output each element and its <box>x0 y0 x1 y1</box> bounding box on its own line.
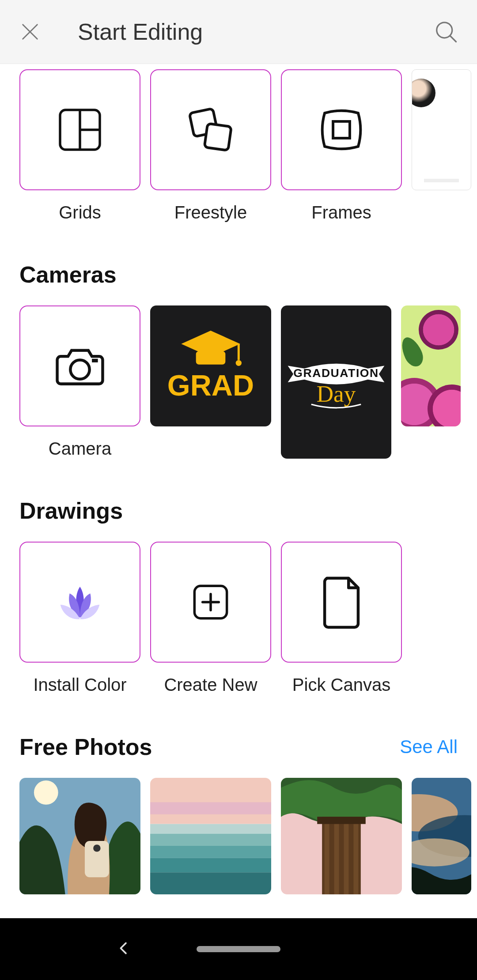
content-scroll[interactable]: Grids Freestyle Frames ALL <box>0 64 477 918</box>
svg-rect-22 <box>150 846 271 858</box>
svg-rect-6 <box>92 359 98 362</box>
photo-door-icon <box>281 778 402 894</box>
svg-text:GRADUATION: GRADUATION <box>293 366 379 379</box>
svg-point-9 <box>236 360 242 366</box>
photo-thumb[interactable] <box>19 778 140 894</box>
chevron-left-icon <box>115 939 132 957</box>
frames-icon <box>313 101 370 158</box>
svg-rect-4 <box>333 121 350 138</box>
tile-label: Install Color <box>33 675 126 695</box>
tile-camera-theme-flowers[interactable] <box>401 305 461 459</box>
graduation-banner-icon: GRADUATION Day <box>281 338 391 426</box>
tile-freestyle[interactable]: Freestyle <box>150 69 271 222</box>
svg-rect-28 <box>334 817 339 894</box>
section-head-drawings: Drawings <box>0 498 477 524</box>
camera-icon <box>51 337 109 395</box>
tile-install-color[interactable]: Install Color <box>19 542 140 695</box>
svg-rect-21 <box>150 834 271 846</box>
svg-rect-8 <box>196 351 226 365</box>
photo-thumb[interactable] <box>150 778 271 894</box>
svg-rect-20 <box>150 824 271 834</box>
tile-label: Create New <box>164 675 257 695</box>
photo-sky-icon <box>412 778 471 894</box>
system-navbar <box>0 918 477 980</box>
section-title: Cameras <box>19 261 117 288</box>
document-icon <box>317 573 366 631</box>
grad-text-icon: GRAD <box>167 322 255 410</box>
tile-create-new[interactable]: Create New <box>150 542 271 695</box>
svg-rect-24 <box>150 872 271 894</box>
svg-point-0 <box>437 23 452 38</box>
svg-rect-18 <box>150 778 271 824</box>
back-button[interactable] <box>115 939 132 959</box>
tile-pick-canvas[interactable]: Pick Canvas <box>281 542 402 695</box>
tile-camera[interactable]: Camera <box>19 305 140 459</box>
svg-rect-19 <box>150 802 271 814</box>
drawings-row: Install Color Create New Pick Canvas <box>0 542 477 695</box>
lotus-icon <box>49 578 111 626</box>
section-head-free-photos: Free Photos See All <box>0 734 477 760</box>
header: Start Editing <box>0 0 477 64</box>
svg-rect-30 <box>353 817 358 894</box>
home-pill[interactable] <box>197 946 280 952</box>
photo-thumb[interactable] <box>281 778 402 894</box>
grids-icon <box>53 103 106 156</box>
svg-rect-23 <box>150 858 271 872</box>
freestyle-icon <box>182 101 239 158</box>
tile-frames[interactable]: Frames <box>281 69 402 222</box>
tile-label: Camera <box>49 439 111 459</box>
search-icon <box>433 19 459 45</box>
photo-selfie-icon <box>19 778 140 894</box>
tile-label: Pick Canvas <box>292 675 390 695</box>
svg-rect-27 <box>325 817 329 894</box>
svg-text:GRAD: GRAD <box>167 369 254 402</box>
cameras-row: Camera GRAD GRADUATION Day <box>0 305 477 459</box>
svg-rect-3 <box>204 124 231 151</box>
plus-square-icon <box>186 578 235 626</box>
svg-rect-29 <box>344 817 348 894</box>
tile-upsell[interactable]: ALL FEATURES <box>412 69 471 222</box>
see-all-button[interactable]: See All <box>400 736 458 758</box>
page-title: Start Editing <box>78 19 433 45</box>
svg-point-17 <box>93 844 100 852</box>
close-button[interactable] <box>18 19 42 44</box>
svg-text:Day: Day <box>317 381 356 406</box>
photo-thumb[interactable] <box>412 778 471 894</box>
svg-rect-31 <box>317 817 366 824</box>
section-title: Free Photos <box>19 734 152 760</box>
svg-point-5 <box>70 360 89 379</box>
tile-label: Freestyle <box>174 203 247 222</box>
tile-grids[interactable]: Grids <box>19 69 140 222</box>
editing-modes-row: Grids Freestyle Frames ALL <box>0 69 477 222</box>
tile-label: Grids <box>59 203 101 222</box>
free-photos-row <box>0 778 477 894</box>
tile-label: Frames <box>311 203 371 222</box>
tile-camera-theme-grad[interactable]: GRAD <box>150 305 271 459</box>
section-head-cameras: Cameras <box>0 261 477 288</box>
tile-camera-theme-graduation-day[interactable]: GRADUATION Day <box>281 305 391 459</box>
close-icon <box>18 19 42 44</box>
search-button[interactable] <box>433 19 459 45</box>
photo-sunset-ocean-icon <box>150 778 271 894</box>
section-title: Drawings <box>19 498 123 524</box>
svg-point-15 <box>34 780 58 805</box>
